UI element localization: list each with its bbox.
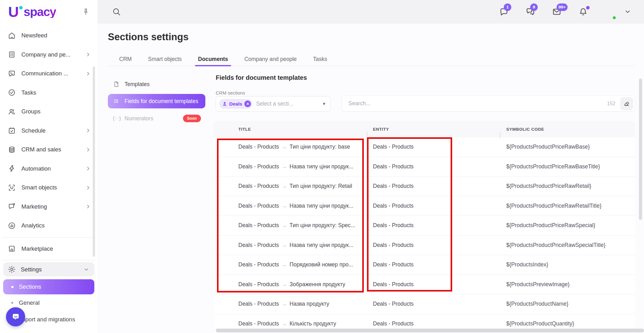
chevron-right-icon [85,71,91,77]
table-row[interactable]: Deals - Products→Порядковий номер про...… [214,255,635,275]
cell-symbolic-code: ${ProductsIndex} [500,261,635,268]
chevron-right-icon [85,147,91,153]
profile-chevron-down-icon[interactable] [624,8,631,15]
title-prefix: Deals - Products [238,320,279,327]
table-row[interactable]: Deals - Products→Назва типу ціни продук.… [214,157,635,177]
title-prefix: Deals - Products [238,144,279,150]
title-text: Назва типу ціни продук... [290,163,353,170]
bell-icon[interactable] [578,7,588,17]
table-row[interactable]: Deals - Products→Зображення продуктуDeal… [214,275,635,295]
table-row[interactable]: Deals - Products→Тип ціни продукту: Reta… [214,177,635,196]
table-header: TITLE ENTITY SYMBOLIC CODE [214,121,635,137]
pin-sidebar-icon[interactable] [82,8,90,16]
subnav-item-fields-for-document-templates[interactable]: Fields for document templates [108,94,205,108]
vertical-scrollbar[interactable] [639,79,642,220]
sidebar-item-tasks[interactable]: Tasks [0,83,97,102]
title-text: Назва типу ціни продук... [290,242,353,248]
crm-sections-select[interactable]: Deals ✕ Select a secti... ▼ [216,96,331,112]
sidebar-item-marketing[interactable]: Marketing [0,197,97,216]
sidebar-subitem-label: Sections [19,283,41,290]
subnav-item-templates[interactable]: Templates [108,75,206,93]
avatar[interactable] [600,3,616,20]
clear-filters-button[interactable] [620,97,633,110]
section-heading: Fields for document templates [216,74,307,81]
support-chat-button[interactable] [6,307,25,326]
horizontal-scrollbar[interactable] [216,329,644,332]
sidebar-nav: NewsfeedCompany and pe...Communication .… [0,26,97,328]
tab-company-and-people[interactable]: Company and people [244,52,297,66]
arrow-icon: → [281,163,287,170]
column-header-entity[interactable]: ENTITY [367,127,500,132]
sidebar-item-newsfeed[interactable]: Newsfeed [0,26,97,45]
tab-smart-objects[interactable]: Smart objects [148,52,182,66]
table-row[interactable]: Deals - Products→Назва типу ціни продук.… [214,196,635,216]
cell-title: Deals - Products→Зображення продукту [214,281,367,288]
sidebar-item-label: CRM and sales [21,146,61,153]
logo-row: U spacy [0,0,97,24]
smart-objects-icon [8,183,16,192]
cell-entity: Deals - Products [367,281,500,288]
cell-entity: Deals - Products [367,163,500,170]
sidebar-item-label: Company and pe... [21,51,70,58]
column-header-symbolic-code[interactable]: SYMBOLIC CODE [500,127,635,132]
sidebar-item-groups[interactable]: Groups [0,102,97,121]
search-icon[interactable] [112,7,121,16]
tabs-bar: CRMSmart objectsDocumentsCompany and peo… [108,52,635,66]
select-caret-icon[interactable]: ▼ [322,101,326,106]
documents-subnav: TemplatesFields for document templates{·… [108,75,206,127]
arrow-icon: → [281,261,287,268]
eraser-icon [623,100,630,107]
sidebar-item-sections[interactable]: Sections [3,279,94,294]
title-text: Порядковий номер про... [290,261,353,268]
sidebar-item-settings[interactable]: Settings [3,262,94,276]
sidebar-subitem-label: General [19,299,40,306]
column-header-title[interactable]: TITLE [214,127,367,132]
selected-chip-deals[interactable]: Deals ✕ [219,99,253,109]
title-text: Кількість продукту [290,320,336,327]
cell-title: Deals - Products→Кількість продукту [214,320,367,327]
table-row[interactable]: Deals - Products→Тип ціни продукту: base… [214,137,635,157]
sidebar-scrollbar[interactable] [93,67,95,257]
table-body: Deals - Products→Тип ціни продукту: base… [214,137,635,333]
subnav-item-numerators[interactable]: {··}NumeratorsSoon [108,110,206,127]
chat-badge: 1 [504,3,511,11]
mail-icon[interactable]: 99+ [552,7,562,17]
sidebar-item-marketplace[interactable]: Marketplace [0,239,97,259]
table-row[interactable]: Deals - Products→Тип ціни продукту: Spec… [214,216,635,236]
marketing-icon [8,202,16,211]
bullet-dot [11,286,14,288]
cell-title: Deals - Products→Тип ціни продукту: Spec… [214,222,367,229]
sidebar-item-analytics[interactable]: Analytics [0,216,97,235]
cell-title: Deals - Products→Назва типу ціни продук.… [214,203,367,209]
topbar: 1 9 99+ [97,0,644,24]
title-prefix: Deals - Products [238,281,279,287]
sidebar-item-label: Settings [21,266,42,273]
table-row[interactable]: Deals - Products→Назва продуктуDeals - P… [214,294,635,314]
search-input[interactable] [342,100,607,107]
tab-tasks[interactable]: Tasks [313,52,327,66]
cell-entity: Deals - Products [367,222,500,229]
chat-bubble-icon [11,312,20,322]
uspacy-logo[interactable]: U spacy [8,4,56,19]
logo-text: spacy [24,6,56,18]
sidebar-item-crm-and-sales[interactable]: CRM and sales [0,140,97,159]
tab-crm[interactable]: CRM [119,52,132,66]
sidebar-item-smart-objects[interactable]: Smart objects [0,178,97,197]
bolt-icon [8,164,16,173]
sidebar-item-automation[interactable]: Automation [0,159,97,178]
table-row[interactable]: Deals - Products→Назва типу ціни продук.… [214,236,635,255]
sidebar-item-schedule[interactable]: Schedule [0,121,97,140]
braces-icon: {··} [113,115,121,122]
online-status-dot [612,15,617,20]
remove-chip-icon[interactable]: ✕ [244,101,251,107]
title-text: Назва продукту [290,301,329,307]
tab-documents[interactable]: Documents [198,52,228,66]
search-field: 152 [342,96,635,112]
chat-icon[interactable]: 1 [499,7,509,17]
list-icon [113,98,120,105]
sidebar-item-communication[interactable]: Communication ... [0,64,97,83]
group-chat-icon[interactable]: 9 [525,7,535,17]
sidebar-item-company-and-pe[interactable]: Company and pe... [0,45,97,64]
sidebar-item-label: Newsfeed [21,32,47,39]
sidebar-subitem-label: Import and migrations [19,316,75,323]
